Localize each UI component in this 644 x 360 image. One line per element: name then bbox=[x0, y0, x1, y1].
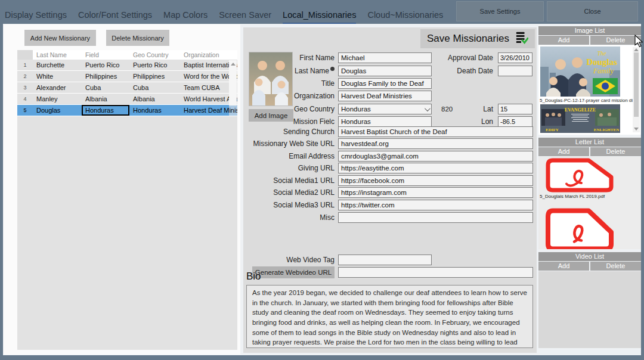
web-video-tag-label: Web Video Tag bbox=[245, 255, 335, 265]
table-row[interactable]: 1 Burchette Puerto Rico Puerto Rico Bapt… bbox=[17, 60, 237, 71]
social-media3-url-input[interactable] bbox=[338, 200, 533, 210]
tab-screen-saver[interactable]: Screen Saver bbox=[219, 10, 271, 24]
social-media1-url-label: Social Media1 URL bbox=[245, 175, 335, 186]
email-address-label: Email Address bbox=[245, 151, 335, 162]
svg-text:EDIFY: EDIFY bbox=[546, 128, 559, 132]
lat-label: Lat bbox=[457, 104, 493, 114]
letter-list-title: Letter List bbox=[538, 138, 641, 147]
image-caption: 5_Douglas-PC-12-17-prayer card mission d… bbox=[540, 98, 639, 103]
bio-textarea[interactable]: As the year 2019 began, we decided to ch… bbox=[246, 285, 533, 348]
social-media1-url-input[interactable] bbox=[338, 175, 533, 186]
mission-field-input[interactable] bbox=[338, 116, 432, 127]
lon-label: Lon bbox=[457, 116, 493, 127]
letter-caption: 5_Douglais March FL 2019.pdf bbox=[540, 194, 639, 199]
letter-list-content: 5_Douglais March FL 2019.pdf bbox=[538, 157, 641, 249]
image-list-section: Image List Add Delete bbox=[538, 26, 641, 135]
approval-date-input[interactable] bbox=[498, 52, 532, 63]
save-settings-button[interactable]: Save Settings bbox=[456, 1, 544, 21]
svg-text:EVANGELIZE: EVANGELIZE bbox=[565, 107, 596, 113]
prayer-card-back-image[interactable]: EVANGELIZE EDIFY ENLIGHTEN bbox=[540, 104, 620, 135]
table-row[interactable]: 4 Manley Albania Albania World Harvest A… bbox=[17, 94, 237, 105]
table-scrollbar[interactable] bbox=[229, 60, 237, 105]
media-panel: Image List Add Delete bbox=[538, 26, 641, 352]
row-header-corner bbox=[17, 50, 33, 60]
tab-bar: Display Settings Color/Font Settings Map… bbox=[5, 0, 452, 24]
web-video-tag-input[interactable] bbox=[338, 255, 432, 265]
giving-url-label: Giving URL bbox=[245, 163, 335, 173]
table-header-row: Last Name Field Geo Country Organization bbox=[17, 50, 237, 60]
first-name-input[interactable] bbox=[338, 52, 432, 63]
first-name-label: First Name bbox=[245, 52, 335, 63]
social-media2-url-label: Social Media2 URL bbox=[245, 187, 335, 198]
focused-cell[interactable]: Honduras bbox=[82, 105, 129, 116]
letter-add-button[interactable]: Add bbox=[538, 147, 589, 156]
info-icon bbox=[330, 67, 335, 71]
geo-country-label: Geo Country bbox=[245, 104, 335, 114]
save-missionaries-button[interactable]: Save Missionaries bbox=[420, 29, 535, 48]
add-new-missionary-button[interactable]: Add New Missionary bbox=[24, 30, 96, 46]
tab-color-font-settings[interactable]: Color/Font Settings bbox=[78, 10, 152, 24]
organization-label: Organization bbox=[245, 91, 335, 101]
pdf-icon[interactable] bbox=[543, 201, 616, 249]
web-site-url-label: Missionary Web Site URL bbox=[245, 138, 335, 149]
image-add-button[interactable]: Add bbox=[538, 36, 589, 45]
chevron-down-icon bbox=[425, 105, 431, 111]
web-site-url-input[interactable] bbox=[338, 138, 533, 149]
sending-church-label: Sending Church bbox=[245, 126, 335, 137]
titlebar: Display Settings Color/Font Settings Map… bbox=[0, 0, 644, 24]
pdf-icon[interactable] bbox=[543, 158, 616, 195]
death-date-input[interactable] bbox=[498, 66, 532, 76]
svg-text:ENLIGHTEN: ENLIGHTEN bbox=[594, 128, 619, 132]
missionary-table: Last Name Field Geo Country Organization… bbox=[17, 50, 237, 350]
image-list-title: Image List bbox=[538, 26, 641, 35]
misc-input[interactable] bbox=[338, 212, 533, 223]
column-header-organization[interactable]: Organization bbox=[180, 50, 237, 60]
close-button[interactable]: Close bbox=[547, 1, 638, 21]
lat-input[interactable] bbox=[498, 104, 532, 114]
delete-missionary-button[interactable]: Delete Missionary bbox=[106, 30, 169, 46]
giving-url-input[interactable] bbox=[338, 163, 533, 173]
letter-list-section: Letter List Add Delete 5_Douglais March … bbox=[538, 138, 641, 249]
video-list-section: Video List Add Delete bbox=[538, 252, 641, 348]
table-row[interactable]: 2 White Philippines Philippines Word for… bbox=[17, 71, 237, 82]
tab-display-settings[interactable]: Display Settings bbox=[5, 10, 67, 24]
scrollbar-thumb[interactable] bbox=[634, 52, 639, 117]
tab-map-colors[interactable]: Map Colors bbox=[163, 10, 208, 24]
main-area: Add New Missionary Delete Missionary Las… bbox=[3, 24, 641, 355]
cursor-icon bbox=[633, 35, 643, 50]
geo-country-code: 820 bbox=[441, 105, 453, 113]
lon-input[interactable] bbox=[498, 116, 532, 127]
table-row[interactable]: 3 Alexander Cuba Cuba Team CUBA bbox=[17, 82, 237, 94]
scroll-up-icon[interactable] bbox=[231, 63, 236, 66]
video-list-content bbox=[538, 271, 641, 348]
organization-input[interactable] bbox=[338, 91, 432, 101]
sending-church-input[interactable] bbox=[338, 126, 533, 137]
approval-date-label: Approval Date bbox=[422, 52, 493, 63]
generate-webvideo-url-button[interactable]: Generate Webvideo URL bbox=[252, 266, 335, 278]
video-add-button[interactable]: Add bbox=[538, 262, 589, 271]
social-media3-url-label: Social Media3 URL bbox=[245, 200, 335, 210]
tab-cloud-missionaries[interactable]: Cloud~Missionaries bbox=[367, 10, 443, 24]
scroll-down-icon[interactable] bbox=[634, 128, 639, 131]
title-label: Title bbox=[245, 78, 335, 89]
last-name-input[interactable] bbox=[338, 66, 432, 76]
tab-local-missionaries[interactable]: Local_Missionaries bbox=[283, 10, 356, 24]
misc-label: Misc bbox=[245, 212, 335, 223]
social-media2-url-input[interactable] bbox=[338, 187, 533, 198]
column-header-geo-country[interactable]: Geo Country bbox=[129, 50, 180, 60]
last-name-label: Last Name bbox=[245, 66, 335, 76]
geo-country-dropdown[interactable]: Honduras bbox=[338, 104, 432, 114]
svg-text:Douglas: Douglas bbox=[586, 57, 617, 67]
webvideo-url-input[interactable] bbox=[338, 267, 533, 278]
table-row-selected[interactable]: 5 Douglas Honduras Honduras Harvest Deaf… bbox=[17, 105, 237, 116]
video-delete-button[interactable]: Delete bbox=[590, 262, 641, 271]
image-list-scrollbar[interactable] bbox=[633, 47, 640, 132]
bio-heading: Bio bbox=[246, 271, 261, 283]
prayer-card-front-image[interactable]: The Douglas Family bbox=[540, 46, 620, 99]
title-input[interactable] bbox=[338, 78, 432, 89]
svg-text:The: The bbox=[597, 50, 607, 57]
letter-delete-button[interactable]: Delete bbox=[590, 147, 641, 156]
email-address-input[interactable] bbox=[338, 151, 533, 162]
column-header-field[interactable]: Field bbox=[82, 50, 129, 60]
column-header-last-name[interactable]: Last Name bbox=[33, 50, 82, 60]
